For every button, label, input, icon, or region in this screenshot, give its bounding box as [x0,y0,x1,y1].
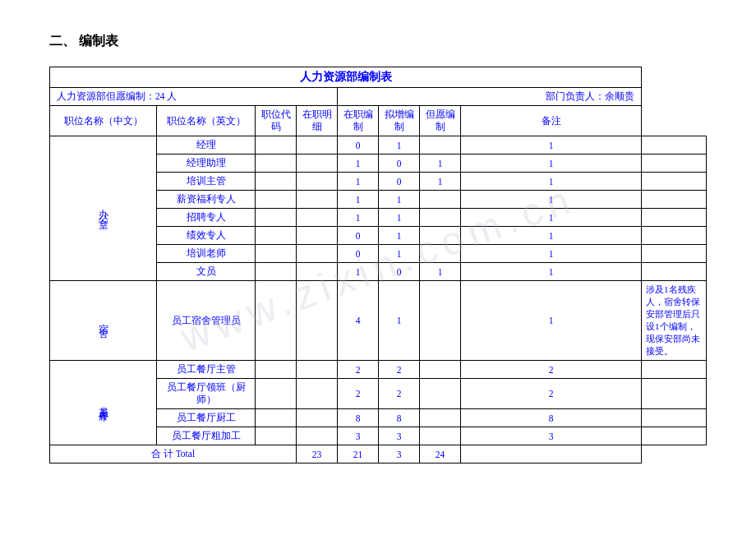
position-wish: 8 [461,409,642,427]
position-detail: 0 [338,227,379,245]
position-remark [642,263,707,281]
table-main-title: 人力资源部编制表 [50,67,642,88]
position-bian: 1 [379,136,420,155]
position-detail: 2 [338,361,379,379]
position-name: 经理助理 [157,155,256,173]
position-add: 1 [420,263,461,281]
position-remark [642,409,707,427]
position-remark [642,245,707,263]
position-detail: 1 [338,209,379,227]
position-en [256,191,297,209]
position-code [297,379,338,409]
position-en [256,155,297,173]
position-code [297,173,338,191]
col-header-en: 职位名称（英文） [157,106,256,136]
position-code [297,361,338,379]
col-header-detail: 在职明细 [297,106,338,136]
position-en [256,245,297,263]
table-col-header-row: 职位名称（中文） 职位名称（英文） 职位代码 在职明细 在职编制 拟增编制 但愿… [50,106,707,136]
position-add: 1 [420,155,461,173]
position-bian: 0 [379,173,420,191]
position-add [420,361,461,379]
position-wish: 1 [461,191,642,209]
position-detail: 1 [338,173,379,191]
position-detail: 1 [338,191,379,209]
position-remark [642,209,707,227]
position-bian: 3 [379,427,420,445]
total-wish: 24 [420,445,461,464]
position-remark [642,173,707,191]
table-row: 办公室 经理 0 1 1 [50,136,707,155]
position-en [256,427,297,445]
position-wish: 1 [461,263,642,281]
position-wish: 2 [461,361,642,379]
position-add [420,191,461,209]
position-add [420,427,461,445]
section-title: 二、 编制表 [49,33,707,50]
info-right: 部门负责人：余顺贵 [338,88,642,106]
total-label: 合 计 Total [50,445,297,464]
col-header-cn: 职位名称（中文） [50,106,157,136]
position-name: 薪资福利专人 [157,191,256,209]
position-code [297,245,338,263]
position-wish: 1 [461,227,642,245]
position-en [256,227,297,245]
position-name: 员工餐厅主管 [157,361,256,379]
position-add [420,245,461,263]
total-row: 合 计 Total 23 21 3 24 [50,445,707,464]
position-en [256,173,297,191]
info-left: 人力资源部但愿编制：24 人 [50,88,338,106]
col-header-bian: 在职编制 [338,106,379,136]
position-code [297,281,338,361]
position-wish: 1 [461,209,642,227]
position-wish: 1 [461,281,642,361]
position-bian: 0 [379,155,420,173]
table-main-title-row: 人力资源部编制表 [50,67,707,88]
position-detail: 8 [338,409,379,427]
position-remark [642,136,707,155]
position-bian: 2 [379,379,420,409]
position-en [256,136,297,155]
position-detail: 3 [338,427,379,445]
position-wish: 1 [461,136,642,155]
position-en [256,409,297,427]
position-detail: 0 [338,136,379,155]
position-remark [642,361,707,379]
total-detail: 23 [297,445,338,464]
position-name: 培训老师 [157,245,256,263]
total-bian: 21 [338,445,379,464]
position-add [420,379,461,409]
group-label-dorm: 宿舍 [50,281,157,361]
position-detail: 4 [338,281,379,361]
table-row: 宿舍 员工宿舍管理员 4 1 1 涉及1名残疾人，宿舍转保安部管理后只设1个编制… [50,281,707,361]
position-name: 员工餐厅领班（厨师） [157,379,256,409]
position-en [256,361,297,379]
position-bian: 1 [379,227,420,245]
position-wish: 3 [461,427,642,445]
position-add [420,227,461,245]
position-remark [642,227,707,245]
col-header-code: 职位代码 [256,106,297,136]
position-detail: 2 [338,379,379,409]
position-name: 文员 [157,263,256,281]
position-name: 员工宿舍管理员 [157,281,256,361]
staffing-table: 人力资源部编制表 人力资源部但愿编制：24 人 部门负责人：余顺贵 职位名称（中… [49,67,707,464]
position-wish: 1 [461,173,642,191]
position-detail: 1 [338,263,379,281]
position-en [256,263,297,281]
table-info-row: 人力资源部但愿编制：24 人 部门负责人：余顺贵 [50,88,707,106]
total-add: 3 [379,445,420,464]
position-add [420,209,461,227]
position-remark [642,427,707,445]
position-bian: 1 [379,191,420,209]
position-bian: 2 [379,361,420,379]
position-detail: 0 [338,245,379,263]
position-code [297,227,338,245]
col-header-wish: 但愿编制 [420,106,461,136]
total-remark [461,445,642,464]
position-en [256,379,297,409]
group-label-canteen: 员工餐厅 [50,361,157,445]
position-bian: 8 [379,409,420,427]
position-remark: 涉及1名残疾人，宿舍转保安部管理后只设1个编制，现保安部尚未接受。 [642,281,707,361]
position-name: 员工餐厅厨工 [157,409,256,427]
